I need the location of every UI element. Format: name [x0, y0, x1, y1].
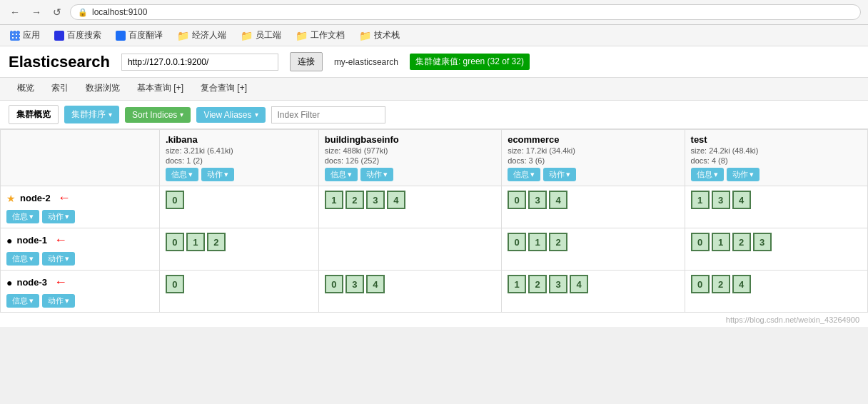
shard-4-node2-test: 4 [732, 191, 751, 209]
cluster-status-badge: 集群健康值: green (32 of 32) [410, 54, 530, 70]
shard-container-node3-ecommerce: 1 2 3 4 [508, 275, 678, 293]
tab-complex-query[interactable]: 复合查询 [+] [192, 78, 256, 100]
node-star-icon-node2: ★ [6, 193, 16, 204]
node-column-header [1, 130, 160, 186]
node2-info-btn[interactable]: 信息 ▾ [6, 210, 39, 223]
reload-button[interactable]: ↺ [50, 5, 64, 19]
view-aliases-button[interactable]: View Aliases ▾ [196, 107, 265, 123]
shard-0-node2-kibana: 0 [166, 191, 184, 209]
shard-3-node2-test: 3 [712, 191, 730, 209]
index-docs-kibana: docs: 1 (2) [166, 156, 313, 165]
shard-container-node3-kibana: 0 [166, 275, 313, 293]
index-header-kibana: .kibana size: 3.21ki (6.41ki) docs: 1 (2… [159, 130, 318, 186]
cluster-name: my-elasticsearch [334, 57, 398, 67]
info-btn-kibana[interactable]: 信息 ▾ [166, 168, 198, 181]
shard-container-node1-kibana: 0 1 2 [166, 233, 313, 251]
index-filter-input[interactable] [271, 106, 385, 123]
index-size-test: size: 24.2ki (48.4ki) [691, 146, 862, 155]
folder-icon-4: 📁 [359, 30, 371, 41]
shard-2-node3-test: 2 [712, 275, 730, 293]
node1-info-btn[interactable]: 信息 ▾ [6, 252, 39, 266]
bookmark-employee-label: 员工端 [256, 29, 281, 41]
arrow-indicator-node2: ← [58, 191, 71, 206]
shard-cell-node1-ecommerce: 0 1 2 [502, 228, 685, 271]
node-name-row-node1: ● node-1 ← [6, 233, 153, 248]
node-info-node1: ● node-1 ← 信息 ▾ 动作 ▾ [6, 233, 153, 266]
shard-4-node3-buildingbaseinfo: 4 [366, 275, 385, 293]
cluster-sort-dropdown-icon: ▾ [108, 111, 112, 118]
tab-indices[interactable]: 索引 [43, 78, 77, 100]
bookmark-work-docs[interactable]: 📁 工作文档 [293, 28, 348, 43]
node3-action-btn[interactable]: 动作 ▾ [42, 294, 75, 308]
shard-container-node3-buildingbaseinfo: 0 3 4 [325, 275, 495, 293]
table-header-row: .kibana size: 3.21ki (6.41ki) docs: 1 (2… [1, 130, 868, 186]
bookmark-employee[interactable]: 📁 员工端 [238, 28, 284, 43]
node-info-node2: ★ node-2 ← 信息 ▾ 动作 ▾ [6, 191, 153, 223]
main-content: .kibana size: 3.21ki (6.41ki) docs: 1 (2… [0, 129, 868, 327]
bookmark-baidu-translate[interactable]: 百度翻译 [113, 28, 166, 43]
arrow-indicator-node3: ← [54, 275, 67, 290]
node-cell-node2: ★ node-2 ← 信息 ▾ 动作 ▾ [1, 186, 160, 228]
index-size-kibana: size: 3.21ki (6.41ki) [166, 146, 313, 155]
action-btn-ecommerce[interactable]: 动作 ▾ [543, 168, 576, 181]
index-header-test: test size: 24.2ki (48.4ki) docs: 4 (8) 信… [685, 130, 867, 186]
back-button[interactable]: ← [7, 5, 23, 19]
index-name-ecommerce: ecommerce [508, 134, 678, 145]
bookmark-econ-people[interactable]: 📁 经济人端 [174, 28, 229, 43]
info-btn-test[interactable]: 信息 ▾ [691, 168, 724, 181]
forward-button[interactable]: → [29, 5, 44, 19]
folder-icon-2: 📁 [241, 30, 253, 41]
nav-tabs: 概览 索引 数据浏览 基本查询 [+] 复合查询 [+] [0, 78, 868, 101]
index-size-buildingbaseinfo: size: 488ki (977ki) [325, 146, 495, 155]
node1-action-btn[interactable]: 动作 ▾ [42, 252, 75, 266]
app-header: Elasticsearch 连接 my-elasticsearch 集群健康值:… [0, 46, 868, 78]
sort-indices-dropdown-icon: ▾ [180, 111, 183, 118]
index-actions-kibana: 信息 ▾ 动作 ▾ [166, 168, 313, 181]
action-btn-test[interactable]: 动作 ▾ [727, 168, 760, 181]
index-name-kibana: .kibana [166, 134, 313, 145]
shard-container-node2-test: 1 3 4 [691, 191, 862, 209]
node-info-node3: ● node-3 ← 信息 ▾ 动作 ▾ [6, 275, 153, 308]
node3-info-btn[interactable]: 信息 ▾ [6, 294, 39, 308]
bookmark-tech-stack[interactable]: 📁 技术栈 [356, 28, 403, 43]
node2-action-btn[interactable]: 动作 ▾ [42, 210, 75, 223]
shard-0-node3-test: 0 [691, 275, 710, 293]
url-input[interactable] [121, 54, 278, 71]
shard-container-node2-buildingbaseinfo: 1 2 3 4 [325, 191, 495, 209]
shard-cell-node2-test: 1 3 4 [685, 186, 867, 228]
shard-cell-node3-buildingbaseinfo: 0 3 4 [318, 271, 501, 313]
bookmark-baidu-search[interactable]: 百度搜索 [51, 28, 104, 43]
cluster-overview-tab[interactable]: 集群概览 [9, 105, 59, 124]
action-btn-buildingbaseinfo[interactable]: 动作 ▾ [360, 168, 393, 181]
shard-1-node2-test: 1 [691, 191, 710, 209]
node-name-node2: node-2 [20, 193, 51, 203]
toolbar: 集群概览 集群排序 ▾ Sort Indices ▾ View Aliases … [0, 101, 868, 129]
tab-overview[interactable]: 概览 [9, 78, 43, 100]
info-btn-ecommerce[interactable]: 信息 ▾ [508, 168, 540, 181]
shard-2-node1-test: 2 [732, 233, 751, 251]
index-actions-buildingbaseinfo: 信息 ▾ 动作 ▾ [325, 168, 495, 181]
index-docs-test: docs: 4 (8) [691, 156, 862, 165]
action-btn-kibana[interactable]: 动作 ▾ [201, 168, 234, 181]
baidu-translate-icon [116, 31, 126, 41]
bookmark-apps[interactable]: 应用 [7, 28, 43, 43]
shard-2-node3-ecommerce: 2 [528, 275, 547, 293]
shard-container-node2-kibana: 0 [166, 191, 313, 209]
bookmark-tech-stack-label: 技术栈 [374, 29, 400, 41]
bookmark-work-docs-label: 工作文档 [311, 29, 345, 41]
tab-basic-query[interactable]: 基本查询 [+] [128, 78, 192, 100]
connect-button[interactable]: 连接 [290, 52, 323, 71]
shard-cell-node3-kibana: 0 [159, 271, 318, 313]
node-circle-icon-node1: ● [6, 235, 12, 246]
sort-indices-button[interactable]: Sort Indices ▾ [125, 107, 191, 123]
tab-data-browse[interactable]: 数据浏览 [77, 78, 128, 100]
shard-cell-node3-test: 0 2 4 [685, 271, 867, 313]
folder-icon-1: 📁 [177, 30, 189, 41]
shard-cell-node2-kibana: 0 [159, 186, 318, 228]
node-name-node1: node-1 [16, 235, 47, 246]
address-bar[interactable]: 🔒 localhost:9100 [70, 4, 861, 20]
info-btn-buildingbaseinfo[interactable]: 信息 ▾ [325, 168, 358, 181]
shard-4-node3-ecommerce: 4 [570, 275, 588, 293]
cluster-sort-btn[interactable]: 集群排序 ▾ [64, 106, 119, 123]
shard-3-node1-test: 3 [753, 233, 772, 251]
